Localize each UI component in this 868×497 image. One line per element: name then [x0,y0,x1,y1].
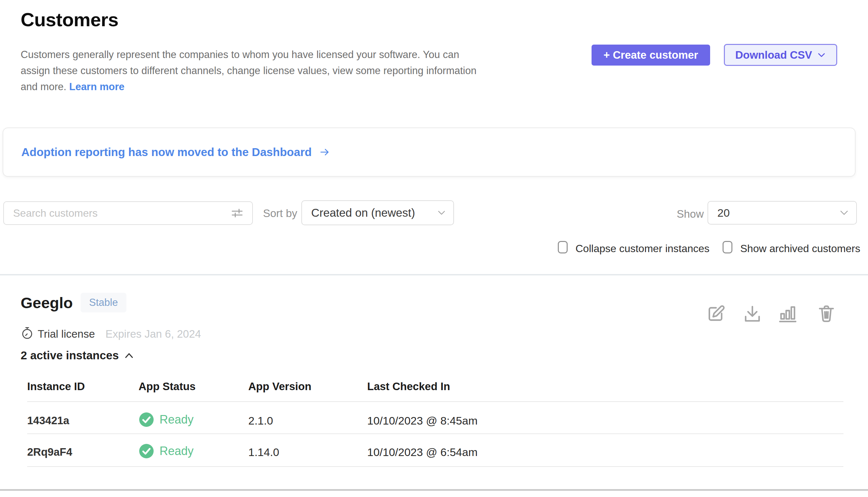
last-checked-in-cell: 10/10/2023 @ 8:45am [367,414,477,427]
column-header-last-checked-in: Last Checked In [367,380,450,393]
table-header-divider [27,401,843,402]
table-row-divider [27,434,843,434]
instance-id-cell: 2Rq9aF4 [27,446,72,458]
search-input[interactable] [3,201,253,225]
last-checked-in-cell: 10/10/2023 @ 6:54am [367,446,477,459]
section-divider [0,274,868,275]
description-line: and more. Learn more [21,79,577,95]
learn-more-link[interactable]: Learn more [69,81,124,93]
download-icon[interactable] [743,304,762,323]
instance-id-cell: 143421a [27,414,69,427]
bar-chart-icon[interactable] [778,304,797,323]
adoption-banner: Adoption reporting has now moved to the … [3,128,856,177]
show-archived-checkbox[interactable] [723,241,732,253]
create-customer-button[interactable]: + Create customer [591,45,710,66]
table-row-divider [27,466,843,467]
column-header-app-status: App Status [138,380,195,393]
sort-select[interactable]: Created on (newest) [301,200,454,225]
show-label: Show [677,208,704,220]
card-bottom-divider [0,489,868,491]
show-per-page-select[interactable]: 20 [707,201,857,225]
description-line-text: and more. [21,81,67,93]
edit-icon[interactable] [706,304,725,323]
license-type-label: Trial license [38,328,95,340]
check-circle-icon [138,443,154,459]
collapse-instances-checkbox[interactable] [558,241,568,253]
active-instances-label: 2 active instances [21,349,119,362]
active-instances-toggle[interactable]: 2 active instances [21,349,134,362]
sort-select-value: Created on (newest) [311,206,415,219]
sliders-icon[interactable] [230,207,244,219]
app-status-label: Ready [160,413,194,427]
column-header-instance-id: Instance ID [27,380,85,393]
show-archived-label: Show archived customers [740,243,860,255]
column-header-app-version: App Version [248,380,311,393]
show-select-value: 20 [717,207,730,219]
trash-icon[interactable] [817,304,836,323]
app-status-cell: Ready [138,443,194,459]
page-description: Customers generally represent the compan… [21,46,577,95]
description-line: assign these customers to different chan… [21,62,577,79]
collapse-instances-label: Collapse customer instances [575,243,709,255]
arrow-right-icon [318,147,331,157]
sort-by-label: Sort by [263,207,297,219]
adoption-banner-link[interactable]: Adoption reporting has now moved to the … [21,145,331,159]
check-circle-icon [138,412,154,427]
app-version-cell: 2.1.0 [248,414,273,427]
description-line: Customers generally represent the compan… [21,46,577,62]
app-status-label: Ready [160,444,194,458]
chevron-down-icon [437,210,446,216]
timer-icon [21,327,34,340]
app-status-cell: Ready [138,412,194,427]
download-csv-label: Download CSV [735,49,812,61]
app-version-cell: 1.14.0 [248,446,279,459]
page-title: Customers [21,9,118,30]
chevron-down-icon [817,52,826,58]
chevron-up-icon [124,352,134,359]
channel-badge: Stable [80,293,127,312]
create-customer-label: + Create customer [604,49,698,61]
chevron-down-icon [839,210,849,216]
adoption-banner-text: Adoption reporting has now moved to the … [21,145,312,159]
customer-name[interactable]: Geeglo [21,294,73,312]
download-csv-button[interactable]: Download CSV [724,44,837,66]
license-expiry-label: Expires Jan 6, 2024 [105,328,201,340]
